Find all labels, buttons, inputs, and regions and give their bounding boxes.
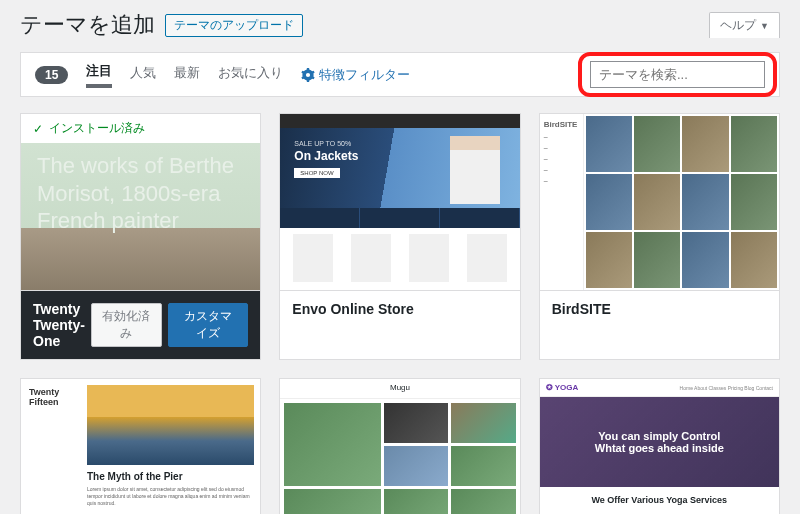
theme-preview: Mugu: [280, 379, 519, 514]
page-header: テーマを追加 テーマのアップロード ヘルプ ▼: [20, 10, 780, 40]
theme-name: BirdSITE: [552, 301, 767, 317]
tab-favorites[interactable]: お気に入り: [218, 64, 283, 86]
activated-button[interactable]: 有効化済み: [91, 303, 162, 347]
theme-name: Envo Online Store: [292, 301, 507, 317]
page-title: テーマを追加: [20, 10, 155, 40]
gear-icon: [301, 68, 315, 82]
feature-filter-label: 特徴フィルター: [319, 66, 410, 84]
theme-card-mugu[interactable]: Mugu Mugu: [279, 378, 520, 514]
themes-grid: ✓ インストール済み The works of Berthe Morisot, …: [20, 113, 780, 514]
theme-preview: ✪ YOGA Home About Classes Pricing Blog C…: [540, 379, 779, 514]
preview-logo: ✪ YOGA: [546, 383, 579, 392]
preview-side-title: Twenty Fifteen: [29, 387, 73, 407]
tab-featured[interactable]: 注目: [86, 62, 112, 88]
customize-button[interactable]: カスタマイズ: [168, 303, 249, 347]
tab-latest[interactable]: 最新: [174, 64, 200, 86]
theme-card-birdsite[interactable]: BirdSITE ––––– BirdSITE: [539, 113, 780, 360]
theme-preview: SALE UP TO 50% On Jackets SHOP NOW: [280, 114, 519, 290]
theme-preview: BirdSITE –––––: [540, 114, 779, 290]
feature-filter-link[interactable]: 特徴フィルター: [301, 66, 410, 84]
theme-count-badge: 15: [35, 66, 68, 84]
search-wrap: [590, 61, 765, 88]
preview-hero-line1: You can simply Control: [598, 430, 720, 442]
help-tab[interactable]: ヘルプ ▼: [709, 12, 780, 38]
theme-footer: Envo Online Store: [280, 290, 519, 327]
theme-card-envo[interactable]: SALE UP TO 50% On Jackets SHOP NOW Envo …: [279, 113, 520, 360]
chevron-down-icon: ▼: [760, 21, 769, 31]
tab-popular[interactable]: 人気: [130, 64, 156, 86]
preview-services-title: We Offer Various Yoga Services: [548, 495, 771, 505]
preview-cta: SHOP NOW: [294, 168, 339, 178]
check-icon: ✓: [33, 122, 43, 136]
search-input[interactable]: [590, 61, 765, 88]
theme-card-twenty-twenty-one[interactable]: ✓ インストール済み The works of Berthe Morisot, …: [20, 113, 261, 360]
preview-logo: BirdSITE: [544, 118, 579, 131]
preview-article-title: The Myth of the Pier: [87, 471, 254, 482]
installed-label: インストール済み: [49, 120, 145, 137]
installed-badge: ✓ インストール済み: [21, 114, 260, 143]
theme-name: Twenty Twenty-One: [33, 301, 85, 349]
theme-card-yoga[interactable]: ✪ YOGA Home About Classes Pricing Blog C…: [539, 378, 780, 514]
theme-card-twenty-fifteen[interactable]: Twenty Fifteen The Myth of the Pier Lore…: [20, 378, 261, 514]
preview-hero-line2: Whtat goes ahead inside: [595, 442, 724, 454]
theme-footer: BirdSITE: [540, 290, 779, 327]
theme-footer: Twenty Twenty-One 有効化済み カスタマイズ: [21, 290, 260, 359]
theme-preview: Twenty Fifteen The Myth of the Pier Lore…: [21, 379, 260, 514]
filter-bar: 15 注目 人気 最新 お気に入り 特徴フィルター: [20, 52, 780, 97]
preview-logo: Mugu: [280, 379, 519, 399]
help-label: ヘルプ: [720, 17, 756, 34]
upload-theme-button[interactable]: テーマのアップロード: [165, 14, 303, 37]
